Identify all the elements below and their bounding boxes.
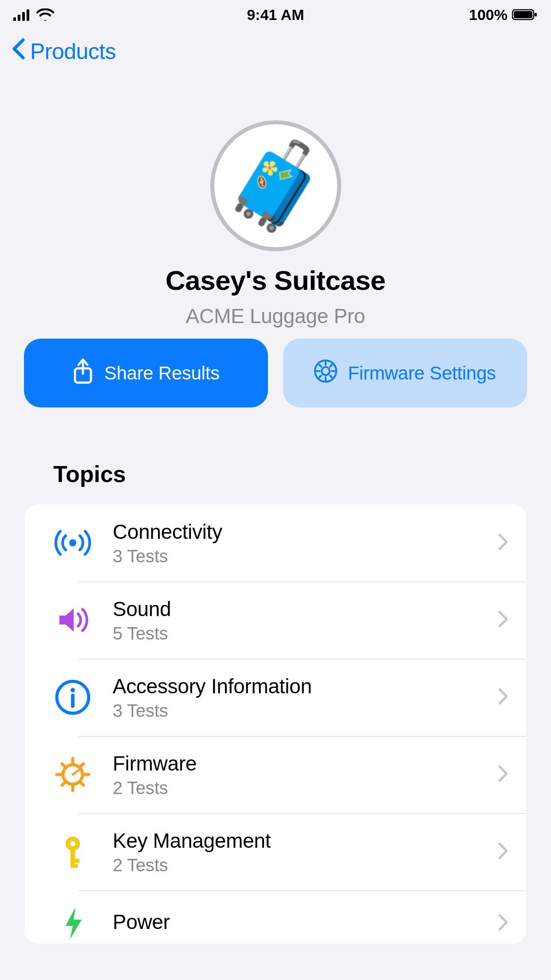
topic-text: Accessory Information 3 Tests (113, 674, 478, 721)
chevron-right-icon (498, 765, 508, 784)
chevron-left-icon (12, 38, 26, 65)
radio-icon (52, 522, 93, 563)
topic-row-firmware[interactable]: Firmware 2 Tests (25, 736, 526, 813)
topic-subtitle: 3 Tests (113, 701, 478, 721)
chevron-right-icon (498, 842, 508, 861)
topic-title: Sound (113, 597, 478, 621)
svg-point-10 (322, 367, 330, 375)
svg-line-32 (73, 770, 79, 775)
topic-subtitle: 5 Tests (113, 624, 478, 644)
svg-rect-37 (71, 864, 78, 868)
battery-percent: 100% (469, 6, 508, 24)
device-title: Casey's Suitcase (165, 265, 386, 296)
topic-text: Power (113, 910, 478, 937)
svg-point-19 (69, 539, 76, 546)
topic-subtitle: 2 Tests (113, 855, 478, 875)
chevron-right-icon (498, 913, 508, 933)
key-icon (52, 831, 93, 872)
topic-subtitle: 3 Tests (113, 546, 478, 566)
device-hero: 🧳 Casey's Suitcase ACME Luggage Pro (0, 74, 551, 328)
svg-point-34 (70, 841, 75, 846)
svg-line-30 (62, 782, 65, 785)
cellular-signal-icon (13, 8, 32, 21)
topic-row-sound[interactable]: Sound 5 Tests (25, 581, 526, 659)
share-results-button[interactable]: Share Results (24, 339, 268, 407)
topic-title: Firmware (113, 751, 478, 775)
info-icon (52, 677, 93, 718)
svg-line-29 (80, 782, 83, 785)
bolt-icon (52, 903, 93, 944)
topic-row-power[interactable]: Power (25, 890, 526, 944)
status-bar: 9:41 AM 100% (0, 0, 551, 29)
chevron-right-icon (498, 610, 508, 630)
gear-badge-icon (314, 360, 337, 387)
speaker-icon (52, 600, 93, 640)
topic-text: Sound 5 Tests (113, 597, 478, 644)
svg-rect-1 (18, 15, 20, 21)
wifi-icon (36, 8, 54, 21)
topic-title: Accessory Information (113, 674, 478, 698)
topic-text: Firmware 2 Tests (113, 751, 478, 798)
topics-list: Connectivity 3 Tests Sound 5 Tests (25, 504, 526, 944)
topic-row-key-management[interactable]: Key Management 2 Tests (25, 813, 526, 890)
share-results-label: Share Results (104, 363, 220, 384)
svg-point-21 (71, 688, 75, 692)
action-row: Share Results Firmware Settings (0, 328, 551, 407)
nav-bar: Products (0, 29, 551, 74)
chevron-right-icon (498, 533, 508, 553)
device-subtitle: ACME Luggage Pro (186, 304, 365, 328)
svg-rect-0 (13, 17, 16, 21)
status-time: 9:41 AM (247, 6, 304, 23)
topic-text: Connectivity 3 Tests (113, 520, 478, 566)
back-button[interactable]: Products (12, 38, 116, 65)
svg-line-18 (330, 365, 332, 367)
svg-rect-2 (22, 12, 25, 21)
topic-title: Connectivity (113, 520, 478, 544)
status-left (13, 8, 54, 21)
clock: 9:41 AM (247, 6, 304, 24)
chevron-right-icon (498, 688, 508, 707)
suitcase-icon: 🧳 (223, 137, 328, 235)
topic-subtitle: 2 Tests (113, 778, 478, 798)
svg-line-17 (319, 375, 321, 377)
topic-row-accessory-info[interactable]: Accessory Information 3 Tests (25, 659, 526, 736)
svg-rect-3 (27, 9, 29, 21)
status-right: 100% (469, 6, 538, 24)
svg-line-28 (62, 764, 65, 767)
firmware-settings-button[interactable]: Firmware Settings (283, 339, 527, 407)
firmware-settings-label: Firmware Settings (348, 363, 496, 384)
topic-title: Power (113, 910, 478, 934)
svg-rect-36 (71, 859, 79, 863)
svg-rect-5 (514, 11, 532, 18)
device-avatar: 🧳 (210, 120, 341, 251)
topic-title: Key Management (113, 829, 478, 853)
topic-text: Key Management 2 Tests (113, 829, 478, 875)
topic-row-connectivity[interactable]: Connectivity 3 Tests (25, 504, 526, 581)
svg-line-16 (330, 375, 332, 377)
svg-line-31 (80, 764, 83, 767)
svg-line-15 (319, 365, 321, 367)
gear-icon (52, 754, 93, 795)
share-icon (72, 358, 94, 389)
svg-rect-6 (535, 13, 537, 16)
battery-icon (512, 8, 538, 21)
topics-header: Topics (0, 407, 551, 496)
back-label: Products (30, 39, 116, 64)
